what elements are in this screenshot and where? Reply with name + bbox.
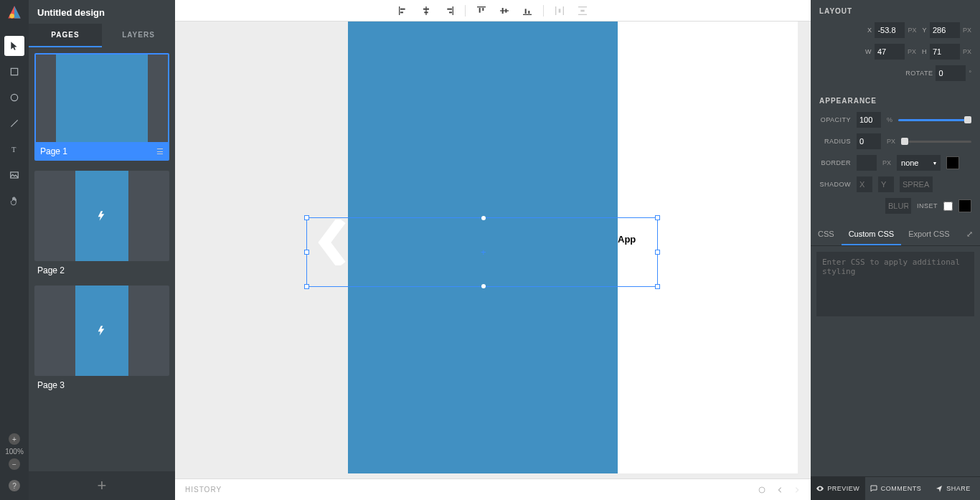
lightning-icon [96, 210, 108, 222]
align-center-v-icon[interactable] [497, 4, 512, 18]
lightning-icon [96, 325, 108, 336]
tab-export-css[interactable]: Export CSS [901, 224, 956, 245]
page-label: Page 3 [37, 380, 65, 390]
page-thumb-1[interactable]: Page 1☰ [34, 53, 169, 161]
layout-section-title: LAYOUT [811, 0, 980, 19]
comment-icon [870, 484, 878, 493]
left-panel: Untitled design PAGES LAYERS Page 1☰ Pag… [29, 0, 175, 500]
svg-rect-7 [400, 8, 405, 9]
radius-slider[interactable] [901, 141, 971, 143]
svg-rect-11 [424, 11, 428, 13]
selection-box[interactable]: + [306, 217, 658, 287]
svg-rect-16 [479, 8, 481, 13]
share-icon [935, 484, 943, 493]
history-circle-icon[interactable] [758, 486, 766, 494]
zoom-out-button[interactable]: − [9, 458, 20, 470]
pages-list: Page 1☰ Page 2 Page 3 [29, 47, 175, 471]
shadow-blur-input[interactable] [885, 198, 911, 214]
rectangle-tool[interactable] [4, 62, 24, 82]
shadow-inset-checkbox[interactable] [943, 202, 953, 211]
rotate-input[interactable] [936, 65, 966, 81]
text-tool[interactable]: T [4, 139, 24, 159]
align-bottom-icon[interactable] [520, 4, 534, 18]
border-style-select[interactable]: none▾ [897, 155, 940, 171]
shadow-spread-input[interactable] [900, 176, 933, 192]
svg-rect-19 [502, 8, 504, 14]
history-forward-icon [793, 486, 801, 494]
align-left-icon[interactable] [396, 4, 410, 18]
page-thumb-2[interactable]: Page 2 [34, 171, 169, 275]
radius-input[interactable] [857, 133, 881, 149]
svg-rect-10 [423, 8, 429, 9]
svg-rect-20 [505, 9, 507, 12]
history-label[interactable]: HISTORY [185, 486, 222, 494]
border-width-input[interactable] [857, 155, 877, 171]
alignment-toolbar [175, 0, 811, 22]
tool-toolbar: T + 100% − ? [0, 0, 29, 500]
shadow-x-input[interactable] [857, 176, 872, 192]
svg-text:T: T [11, 146, 17, 154]
shadow-y-input[interactable] [878, 176, 894, 192]
expand-css-icon[interactable]: ⤢ [959, 224, 980, 245]
opacity-input[interactable] [857, 112, 881, 128]
zoom-level: 100% [5, 448, 24, 456]
align-top-icon[interactable] [474, 4, 489, 18]
svg-rect-17 [482, 8, 484, 11]
svg-point-2 [11, 94, 17, 100]
preview-button[interactable]: PREVIEW [811, 477, 865, 500]
align-center-h-icon[interactable] [419, 4, 433, 18]
left-panel-tabs: PAGES LAYERS [29, 24, 175, 47]
line-tool[interactable] [4, 113, 24, 133]
border-color-swatch[interactable] [946, 156, 959, 169]
plus-icon: + [481, 247, 486, 258]
svg-rect-22 [525, 9, 527, 14]
svg-rect-14 [449, 11, 452, 13]
distribute-v-icon [575, 4, 590, 18]
svg-rect-1 [11, 68, 17, 75]
canvas-area: App + HISTORY [175, 0, 811, 500]
svg-point-0 [10, 14, 15, 19]
shadow-color-swatch[interactable] [958, 199, 971, 212]
svg-point-30 [759, 487, 765, 493]
page-label: Page 2 [37, 265, 65, 275]
page-menu-icon[interactable]: ☰ [156, 147, 164, 156]
history-back-icon[interactable] [776, 486, 783, 494]
app-logo[interactable] [5, 4, 24, 23]
align-right-icon[interactable] [442, 4, 456, 18]
image-tool[interactable] [4, 165, 24, 185]
tab-pages[interactable]: PAGES [29, 24, 102, 47]
svg-rect-26 [559, 9, 561, 12]
tab-layers[interactable]: LAYERS [102, 24, 175, 47]
y-input[interactable] [930, 22, 960, 38]
properties-panel: LAYOUT X PX Y PX W PX H PX [811, 0, 980, 500]
distribute-h-icon [552, 4, 567, 18]
svg-rect-13 [447, 8, 452, 9]
opacity-slider[interactable] [898, 119, 971, 121]
share-button[interactable]: SHARE [925, 477, 980, 500]
comments-button[interactable]: COMMENTS [865, 477, 926, 500]
hand-tool[interactable] [4, 191, 24, 211]
eye-icon [816, 484, 824, 493]
svg-rect-29 [580, 9, 584, 11]
x-input[interactable] [875, 22, 905, 38]
design-title[interactable]: Untitled design [29, 0, 175, 24]
canvas[interactable]: App + [175, 22, 811, 478]
tab-custom-css[interactable]: Custom CSS [842, 224, 902, 245]
select-tool[interactable] [4, 36, 24, 56]
history-bar: HISTORY [175, 478, 811, 500]
custom-css-textarea[interactable] [816, 252, 974, 316]
page-thumb-3[interactable]: Page 3 [34, 286, 169, 390]
help-button[interactable]: ? [9, 480, 20, 491]
h-input[interactable] [930, 44, 960, 60]
w-input[interactable] [875, 44, 905, 60]
svg-line-3 [11, 120, 17, 126]
add-page-button[interactable]: + [29, 471, 175, 500]
zoom-in-button[interactable]: + [9, 433, 20, 445]
ellipse-tool[interactable] [4, 88, 24, 108]
svg-rect-23 [528, 11, 529, 14]
page-label: Page 1 [40, 146, 67, 156]
css-label: CSS [811, 224, 842, 245]
appearance-section-title: APPEARANCE [811, 90, 980, 109]
svg-rect-8 [400, 11, 403, 13]
